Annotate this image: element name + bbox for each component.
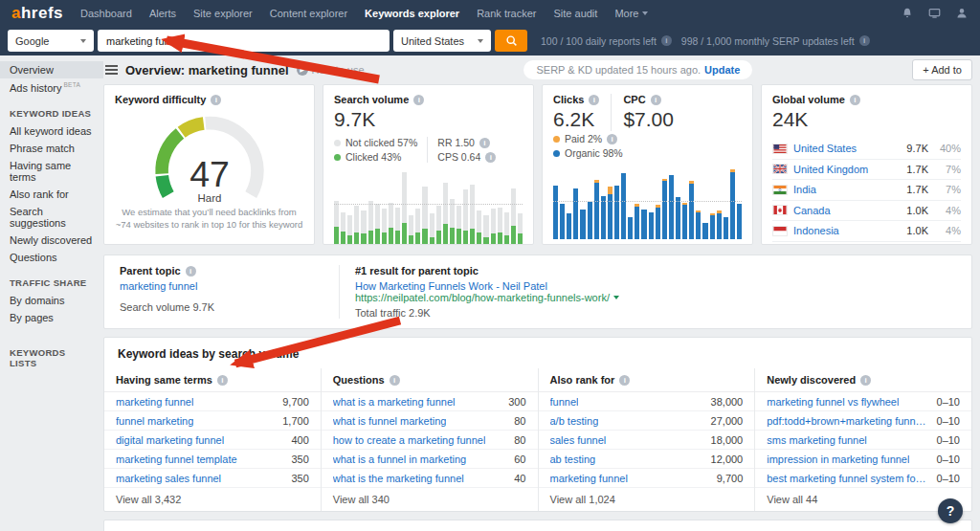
keyword-link[interactable]: ab testing	[550, 454, 596, 465]
keyword-link[interactable]: how to create a marketing funnel	[333, 434, 486, 446]
sidebar-item-newly-discovered[interactable]: Newly discovered	[0, 232, 103, 249]
keyword-row: marketing sales funnel350	[104, 469, 321, 488]
info-icon[interactable]	[186, 266, 196, 277]
keyword-link[interactable]: marketing funnel vs flywheel	[767, 396, 899, 408]
sidebar-item-search-suggestions[interactable]: Search suggestions	[0, 203, 103, 232]
info-icon[interactable]	[479, 138, 490, 148]
keyword-link[interactable]: marketing funnel template	[116, 454, 237, 465]
info-icon[interactable]	[619, 375, 630, 386]
keyword-link[interactable]: pdf:todd+brown+marketing funnel automati…	[767, 415, 928, 427]
nav-site-audit[interactable]: Site audit	[554, 8, 598, 19]
nav-alerts[interactable]: Alerts	[149, 8, 176, 19]
chart-bar	[389, 203, 393, 245]
keyword-link[interactable]: funnel	[550, 396, 579, 408]
parent-topic-link[interactable]: marketing funnel	[120, 280, 323, 292]
nav-keywords-explorer[interactable]: Keywords explorer	[365, 8, 459, 19]
update-link[interactable]: Update	[704, 64, 740, 76]
add-to-button[interactable]: + Add to	[912, 59, 972, 80]
difficulty-note: We estimate that you’ll need backlinks f…	[115, 207, 303, 232]
clicks-chart	[553, 165, 742, 239]
info-icon[interactable]	[589, 95, 599, 105]
chart-bar	[676, 197, 680, 239]
keyword-link[interactable]: marketing sales funnel	[116, 473, 221, 484]
search-volume-card: Search volume 9.7K Not clicked 57% Click…	[323, 84, 534, 245]
info-icon[interactable]	[485, 152, 496, 163]
country-link[interactable]: Indonesia	[793, 225, 901, 236]
chart-bar	[560, 204, 565, 239]
gray-dot-icon	[334, 140, 341, 146]
view-all-link[interactable]: View all 340	[322, 488, 538, 511]
sidebar-item-questions[interactable]: Questions	[0, 249, 103, 266]
sidebar-item-by-domains[interactable]: By domains	[0, 292, 103, 309]
view-all-link[interactable]: View all 3,432	[104, 488, 321, 511]
info-icon[interactable]	[217, 375, 228, 386]
keyword-search-input[interactable]	[98, 30, 390, 52]
keyword-link[interactable]: marketing funnel	[116, 396, 193, 408]
country-select[interactable]: United States	[393, 30, 491, 52]
view-all-link[interactable]: View all 1,024	[539, 488, 755, 511]
sidebar-item-overview[interactable]: Overview	[0, 61, 103, 78]
country-link[interactable]: United Kingdom	[793, 164, 901, 175]
keyword-row: what is the marketing funnel40	[322, 469, 538, 488]
sidebar-item-by-pages[interactable]: By pages	[0, 309, 103, 326]
keyword-link[interactable]: what is a marketing funnel	[333, 396, 456, 408]
keyword-link[interactable]: what is a funnel in marketing	[333, 454, 466, 465]
sidebar-item-phrase-match[interactable]: Phrase match	[0, 140, 103, 157]
keyword-link[interactable]: digital marketing funnel	[116, 434, 224, 446]
keyword-link[interactable]: best marketing funnel system for cold em…	[767, 473, 928, 484]
search-engine-select[interactable]: Google	[8, 30, 94, 52]
info-icon[interactable]	[651, 95, 661, 105]
chart-bar	[491, 209, 496, 245]
keyword-link[interactable]: funnel marketing	[116, 415, 193, 427]
sidebar-item-ads-history[interactable]: Ads historyBETA	[0, 78, 103, 97]
info-icon[interactable]	[661, 35, 672, 46]
keyword-link[interactable]: sales funnel	[550, 434, 607, 446]
country-link[interactable]: India	[793, 184, 901, 195]
help-button[interactable]	[938, 498, 963, 523]
search-button[interactable]	[495, 30, 527, 52]
chevron-down-icon[interactable]	[613, 296, 619, 299]
nav-rank-tracker[interactable]: Rank tracker	[477, 8, 536, 19]
ahrefs-logo[interactable]: ahrefs	[11, 4, 63, 23]
flag-id-icon	[772, 226, 788, 236]
bell-icon[interactable]	[901, 7, 914, 20]
chart-bar	[730, 169, 735, 239]
chart-bar	[656, 205, 660, 239]
info-icon[interactable]	[211, 95, 221, 105]
green-dot-icon	[334, 154, 341, 161]
info-icon[interactable]	[390, 375, 400, 386]
info-icon[interactable]	[860, 375, 871, 386]
chart-bar	[628, 217, 633, 239]
sidebar-item-all-keyword-ideas[interactable]: All keyword ideas	[0, 122, 103, 140]
chart-bar	[409, 215, 413, 245]
country-link[interactable]: Canada	[793, 205, 901, 216]
sidebar-item-having-same-terms[interactable]: Having same terms	[0, 157, 103, 186]
keyword-link[interactable]: what is the marketing funnel	[333, 473, 464, 484]
nav-site-explorer[interactable]: Site explorer	[193, 8, 253, 19]
nav-dashboard[interactable]: Dashboard	[80, 8, 132, 19]
country-link[interactable]: United States	[793, 143, 901, 154]
info-icon[interactable]	[413, 95, 424, 105]
parent-result-title-link[interactable]: How Marketing Funnels Work - Neil Patel	[355, 280, 956, 292]
keyword-link[interactable]: sms marketing funnel	[767, 434, 867, 446]
menu-icon[interactable]	[105, 65, 118, 75]
flag-ca-icon	[772, 205, 788, 215]
main-nav: Dashboard Alerts Site explorer Content e…	[80, 8, 901, 19]
info-icon[interactable]	[607, 134, 617, 144]
chart-bar	[504, 212, 509, 245]
chart-bar	[382, 209, 387, 245]
keyword-link[interactable]: a/b testing	[550, 415, 599, 427]
keyword-link[interactable]: marketing funnel	[550, 473, 628, 484]
chart-bar	[430, 213, 434, 245]
keyword-link[interactable]: impression in marketing funnel	[767, 454, 909, 465]
sidebar-item-also-rank-for[interactable]: Also rank for	[0, 186, 103, 203]
info-icon[interactable]	[859, 35, 870, 46]
nav-more[interactable]: More	[614, 8, 648, 19]
keyword-link[interactable]: what is funnel marketing	[333, 415, 447, 427]
monitor-icon[interactable]	[927, 7, 942, 20]
user-icon[interactable]	[955, 7, 969, 20]
how-to-use-link[interactable]: How to use	[297, 64, 365, 76]
info-icon[interactable]	[850, 95, 860, 105]
nav-content-explorer[interactable]: Content explorer	[270, 8, 347, 19]
chart-bar	[483, 215, 488, 245]
